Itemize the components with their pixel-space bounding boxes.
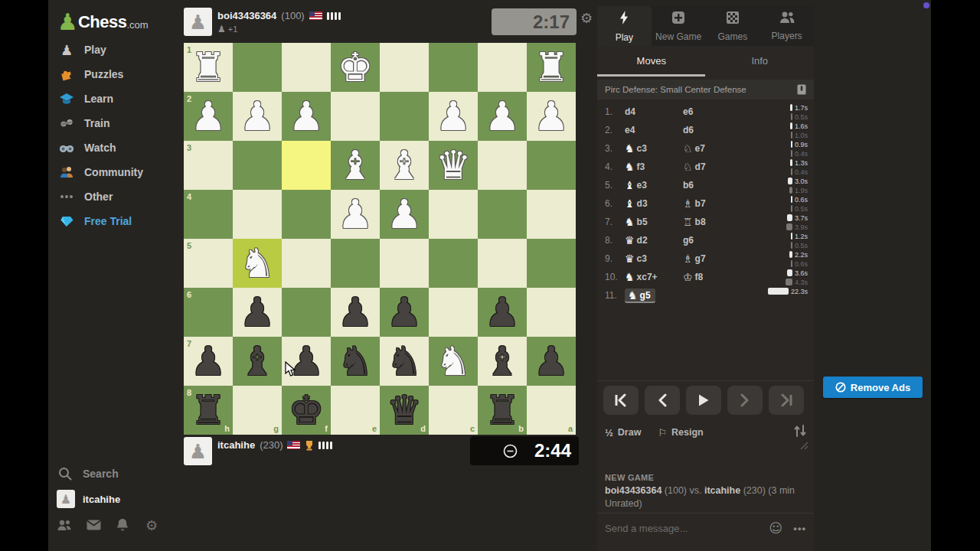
remove-ads-button[interactable]: Remove Ads	[823, 377, 923, 398]
chess-board[interactable]: 1♜♚♜2♟♟♟♟♟♟3♝♝♛4♟♟5♞6♟♟♟♟7♟♝♟♞♞♞♝♟8h♜gf♚…	[184, 43, 576, 435]
piece-wP[interactable]: ♟	[282, 92, 331, 141]
panel-tab-new-game[interactable]: New Game	[652, 6, 706, 46]
piece-bR[interactable]: ♜	[478, 386, 527, 435]
square-h5[interactable]: 5	[184, 239, 233, 288]
square-f1[interactable]	[282, 43, 331, 92]
panel-tab-games[interactable]: Games	[706, 6, 760, 46]
piece-wB[interactable]: ♝	[380, 141, 429, 190]
piece-wP[interactable]: ♟	[478, 92, 527, 141]
piece-wP[interactable]: ♟	[233, 92, 282, 141]
square-f3[interactable]	[282, 141, 331, 190]
square-d3[interactable]: ♝	[380, 141, 429, 190]
piece-wP[interactable]: ♟	[429, 92, 478, 141]
square-h2[interactable]: 2♟	[184, 92, 233, 141]
piece-wK[interactable]: ♚	[331, 43, 380, 92]
sidebar-item-puzzles[interactable]: Puzzles	[58, 64, 150, 84]
white-move[interactable]: ♛d2	[625, 234, 683, 246]
square-h3[interactable]: 3	[184, 141, 233, 190]
square-a2[interactable]: ♟	[527, 92, 576, 141]
square-g8[interactable]: g	[233, 386, 282, 435]
piece-wR[interactable]: ♜	[184, 43, 233, 92]
piece-wB[interactable]: ♝	[331, 141, 380, 190]
piece-bB[interactable]: ♝	[478, 337, 527, 386]
square-h1[interactable]: 1♜	[184, 43, 233, 92]
square-g4[interactable]	[233, 190, 282, 239]
black-move[interactable]: ♗g7	[683, 253, 741, 265]
piece-bP[interactable]: ♟	[478, 288, 527, 337]
black-move[interactable]: ♗b7	[683, 197, 741, 210]
square-d8[interactable]: d♛	[380, 386, 429, 435]
square-c5[interactable]	[429, 239, 478, 288]
piece-wP[interactable]: ♟	[331, 190, 380, 239]
white-move[interactable]: ♞f3	[625, 161, 683, 173]
square-h7[interactable]: 7♟	[184, 337, 233, 386]
top-player-avatar[interactable]: ♟	[184, 8, 212, 36]
panel-tab-players[interactable]: Players	[760, 6, 814, 46]
tab-info[interactable]: Info	[706, 46, 815, 75]
piece-wR[interactable]: ♜	[527, 43, 576, 92]
white-move[interactable]: e4	[625, 125, 683, 135]
square-b5[interactable]	[478, 239, 527, 288]
square-a3[interactable]	[527, 141, 576, 190]
bottom-player-avatar[interactable]: ♟	[184, 437, 212, 465]
sidebar-item-other[interactable]: Other	[58, 187, 150, 207]
play-autoplay-button[interactable]	[686, 386, 721, 415]
white-move[interactable]: ♝e3	[625, 179, 683, 191]
square-b3[interactable]	[478, 141, 527, 190]
black-move[interactable]: ♘d7	[683, 161, 741, 173]
white-move[interactable]: ♞xc7+	[625, 271, 683, 283]
tab-moves[interactable]: Moves	[597, 46, 706, 75]
panel-tab-play[interactable]: Play	[597, 6, 652, 46]
square-b7[interactable]: ♝	[478, 337, 527, 386]
chat-options-icon[interactable]: •••	[793, 523, 806, 534]
white-move[interactable]: ♞g5	[625, 289, 683, 303]
square-c1[interactable]	[429, 43, 478, 92]
white-move[interactable]: ♛c3	[625, 253, 683, 265]
chat-input[interactable]: Send a message...	[605, 523, 769, 534]
square-f6[interactable]	[282, 288, 331, 337]
square-a4[interactable]	[527, 190, 576, 239]
piece-bP[interactable]: ♟	[233, 288, 282, 337]
resign-button[interactable]: ⚐ Resign	[658, 427, 703, 439]
previous-move-button[interactable]	[645, 386, 680, 415]
square-e4[interactable]: ♟	[331, 190, 380, 239]
square-c3[interactable]: ♛	[429, 141, 478, 190]
black-move[interactable]: ♔f8	[683, 271, 741, 283]
square-f7[interactable]: ♟	[282, 337, 331, 386]
sidebar-item-community[interactable]: Community	[58, 162, 150, 182]
square-e3[interactable]: ♝	[331, 141, 380, 190]
black-move[interactable]: ♖b8	[683, 216, 741, 228]
square-e6[interactable]: ♟	[331, 288, 380, 337]
black-move[interactable]: d6	[683, 125, 741, 135]
piece-wP[interactable]: ♟	[527, 92, 576, 141]
square-d6[interactable]: ♟	[380, 288, 429, 337]
piece-wP[interactable]: ♟	[380, 190, 429, 239]
square-e1[interactable]: ♚	[331, 43, 380, 92]
friends-icon[interactable]	[57, 517, 72, 533]
white-move[interactable]: d4	[625, 106, 683, 117]
square-f2[interactable]: ♟	[282, 92, 331, 141]
sidebar-item-learn[interactable]: Learn	[58, 89, 150, 109]
notifications-bell-icon[interactable]	[115, 517, 130, 533]
square-b8[interactable]: b♜	[478, 386, 527, 435]
square-f5[interactable]	[282, 239, 331, 288]
square-c7[interactable]: ♞	[429, 337, 478, 386]
black-move[interactable]: e6	[683, 106, 741, 117]
piece-bP[interactable]: ♟	[282, 337, 331, 386]
piece-wN[interactable]: ♞	[429, 337, 478, 386]
square-c2[interactable]: ♟	[429, 92, 478, 141]
square-g2[interactable]: ♟	[233, 92, 282, 141]
square-g7[interactable]: ♝	[233, 337, 282, 386]
sidebar-item-train[interactable]: Train	[58, 113, 150, 133]
chesscom-logo[interactable]: ♟ Chess .com	[57, 9, 149, 35]
next-move-button[interactable]	[727, 386, 763, 415]
square-d4[interactable]: ♟	[380, 190, 429, 239]
piece-bN[interactable]: ♞	[380, 337, 429, 386]
top-player-info[interactable]: boi43436364 (100)	[217, 10, 341, 21]
square-c6[interactable]	[429, 288, 478, 337]
square-h6[interactable]: 6	[184, 288, 233, 337]
square-g1[interactable]	[233, 43, 282, 92]
go-to-end-button[interactable]	[769, 386, 804, 415]
square-b2[interactable]: ♟	[478, 92, 527, 141]
white-move[interactable]: ♝d3	[625, 197, 683, 210]
